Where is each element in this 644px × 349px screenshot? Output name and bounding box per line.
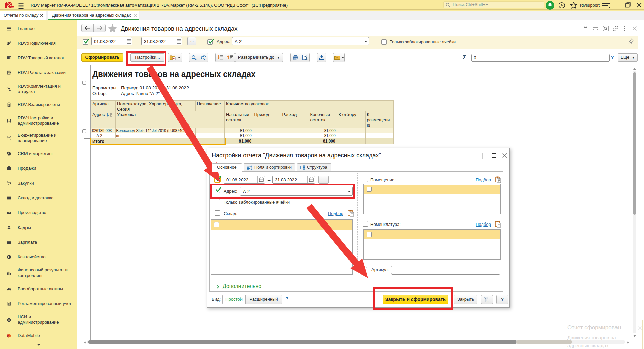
svg-text:т: т	[487, 300, 489, 303]
